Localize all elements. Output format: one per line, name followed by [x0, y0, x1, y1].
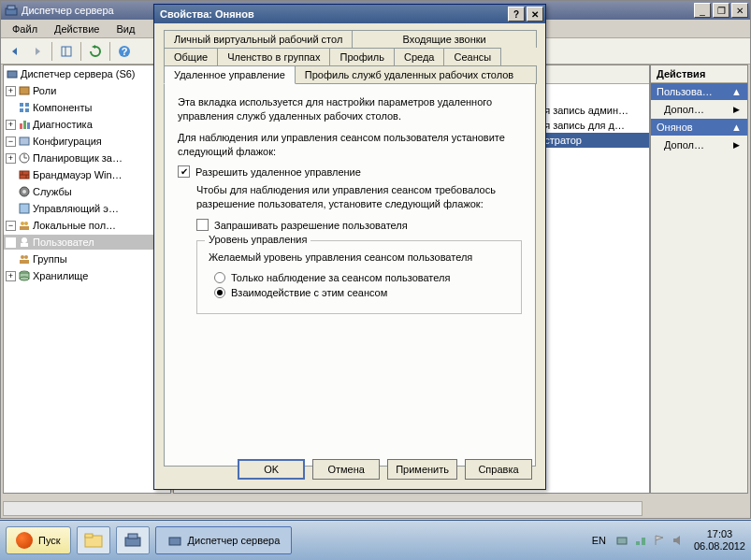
help-button[interactable]: ? — [114, 41, 135, 62]
expand-icon[interactable]: + — [6, 271, 16, 281]
tab-rds-profile[interactable]: Профиль служб удаленных рабочих столов — [295, 65, 537, 84]
svg-text:?: ? — [122, 46, 128, 57]
tree-scheduler[interactable]: Планировщик за… — [33, 152, 123, 164]
back-button[interactable] — [5, 41, 25, 62]
tab-personal-virtual-desktop[interactable]: Личный виртуальный рабочий стол — [164, 30, 353, 48]
dialog-close-button[interactable]: ✕ — [527, 7, 543, 22]
close-button[interactable]: ✕ — [731, 3, 748, 18]
tab-page-remote-control: Эта вкладка используется для настройки п… — [164, 83, 536, 467]
server-icon — [6, 67, 19, 80]
dialog-help-button[interactable]: ? — [508, 7, 525, 22]
tray-network-icon[interactable] — [634, 534, 647, 547]
intro-text: Эта вкладка используется для настройки п… — [178, 95, 522, 123]
config-icon — [18, 135, 31, 148]
tab-remote-control[interactable]: Удаленное управление — [164, 65, 296, 84]
tree-users[interactable]: Пользовател — [33, 237, 94, 248]
horizontal-scrollbar[interactable] — [3, 501, 643, 516]
svg-point-36 — [20, 277, 29, 280]
expand-icon[interactable]: + — [6, 120, 16, 130]
menu-action[interactable]: Действие — [47, 22, 107, 36]
tray-flag-icon[interactable] — [653, 534, 666, 547]
allow-remote-label: Разрешить удаленное управление — [195, 166, 361, 178]
tree-config[interactable]: Конфигурация — [33, 136, 102, 147]
show-hide-button[interactable] — [56, 41, 77, 62]
tree-groups[interactable]: Группы — [33, 253, 67, 265]
svg-point-24 — [22, 190, 26, 194]
refresh-button[interactable] — [85, 41, 106, 62]
actions-more[interactable]: Допол… ▶ — [651, 100, 747, 119]
taskbar-explorer-icon[interactable] — [77, 526, 110, 554]
chevron-right-icon: ▶ — [733, 105, 740, 114]
actions-more[interactable]: Допол… ▶ — [651, 136, 747, 154]
allow-remote-checkbox[interactable]: ✔ Разрешить удаленное управление — [178, 165, 522, 178]
clock-time: 17:03 — [694, 528, 745, 540]
start-label: Пуск — [38, 535, 61, 546]
dialog-title: Свойства: Онянов — [160, 8, 254, 20]
actions-group-label: Пользова… — [657, 86, 713, 97]
svg-rect-15 — [20, 137, 29, 145]
svg-rect-1 — [7, 6, 15, 9]
svg-rect-25 — [20, 204, 29, 213]
tab-incoming-calls[interactable]: Входящие звонки — [352, 30, 537, 48]
tray-clock[interactable]: 17:03 06.08.2012 — [694, 528, 745, 553]
ask-permission-checkbox[interactable]: Запрашивать разрешение пользователя — [196, 219, 522, 231]
collapse-icon[interactable]: − — [6, 221, 16, 231]
svg-point-27 — [24, 222, 28, 225]
svg-rect-40 — [128, 534, 137, 538]
roles-icon — [18, 84, 31, 97]
cancel-button[interactable]: Отмена — [312, 459, 380, 480]
actions-group-selection[interactable]: Онянов ▲ — [651, 119, 747, 136]
tree-storage[interactable]: Хранилище — [33, 270, 88, 281]
storage-icon — [18, 269, 31, 282]
tab-general[interactable]: Общие — [164, 48, 218, 65]
tab-environment[interactable]: Среда — [394, 48, 444, 65]
tree-wmi[interactable]: Управляющий э… — [33, 203, 119, 214]
tab-profile[interactable]: Профиль — [329, 48, 395, 65]
help-button[interactable]: Справка — [465, 459, 532, 480]
app-icon — [5, 4, 18, 17]
svg-rect-11 — [25, 108, 29, 112]
tree-localusers[interactable]: Локальные пол… — [33, 220, 116, 231]
tab-membership[interactable]: Членство в группах — [217, 48, 330, 65]
tray-sound-icon[interactable] — [672, 534, 685, 547]
start-button[interactable]: Пуск — [6, 526, 71, 554]
tab-sessions[interactable]: Сеансы — [443, 48, 501, 65]
ok-button[interactable]: OK — [238, 459, 305, 480]
radio-observe-only[interactable]: Только наблюдение за сеансом пользовател… — [214, 272, 510, 283]
expand-icon[interactable]: + — [6, 153, 16, 164]
language-indicator[interactable]: EN — [592, 535, 606, 546]
taskbar-server-manager-icon[interactable] — [116, 526, 150, 554]
dialog-button-row: OK Отмена Применить Справка — [238, 459, 532, 480]
apply-button[interactable]: Применить — [387, 459, 457, 480]
minimize-button[interactable]: _ — [694, 3, 711, 18]
tree-diagnostics[interactable]: Диагностика — [33, 119, 93, 130]
actions-group-users[interactable]: Пользова… ▲ — [651, 83, 747, 100]
taskbar-task-server-manager[interactable]: Диспетчер сервера — [155, 526, 293, 554]
svg-point-31 — [21, 255, 24, 259]
tree-pane[interactable]: Диспетчер сервера (S6) +Роли Компоненты … — [3, 65, 171, 494]
properties-dialog: Свойства: Онянов ? ✕ Личный виртуальный … — [153, 4, 546, 490]
radio-interact-label: Взаимодействие с этим сеансом — [231, 287, 387, 298]
svg-rect-33 — [20, 260, 29, 264]
svg-rect-7 — [20, 87, 29, 94]
maximize-button[interactable]: ❐ — [713, 3, 729, 18]
control-level-desc: Желаемый уровень управления сеансом поль… — [209, 251, 510, 265]
expand-icon[interactable]: + — [6, 86, 16, 96]
actions-more-label: Допол… — [664, 104, 704, 115]
radio-interact[interactable]: Взаимодействие с этим сеансом — [214, 287, 510, 298]
diagnostics-icon — [18, 118, 31, 131]
collapse-icon[interactable]: − — [6, 136, 16, 147]
tree-services[interactable]: Службы — [33, 186, 72, 197]
chevron-right-icon: ▶ — [733, 140, 740, 150]
tree-components[interactable]: Компоненты — [33, 102, 92, 113]
svg-rect-38 — [85, 534, 93, 538]
menu-view[interactable]: Вид — [108, 22, 142, 36]
dialog-titlebar[interactable]: Свойства: Онянов ? ✕ — [154, 5, 545, 23]
tree-roles[interactable]: Роли — [33, 85, 56, 96]
tray-icon[interactable] — [615, 534, 628, 547]
forward-button[interactable] — [27, 41, 48, 62]
menu-file[interactable]: Файл — [5, 22, 45, 36]
tree-firewall[interactable]: Брандмауэр Win… — [33, 169, 123, 180]
tree-root[interactable]: Диспетчер сервера (S6) — [21, 68, 136, 79]
system-tray: EN 17:03 06.08.2012 — [592, 528, 745, 553]
